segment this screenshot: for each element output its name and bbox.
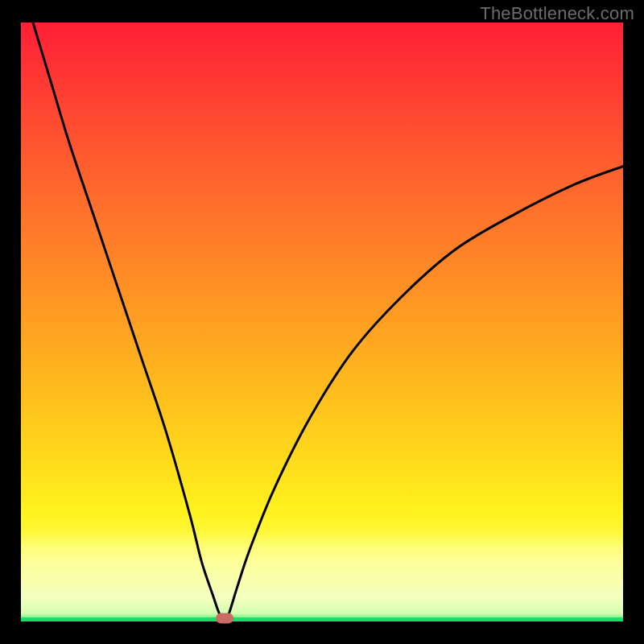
watermark-text: TheBottleneck.com [480,3,634,24]
bottleneck-curve-path [33,23,623,620]
plot-area [21,23,623,621]
curve-svg [21,23,623,621]
chart-stage: TheBottleneck.com [0,0,644,644]
optimal-marker [216,613,233,623]
